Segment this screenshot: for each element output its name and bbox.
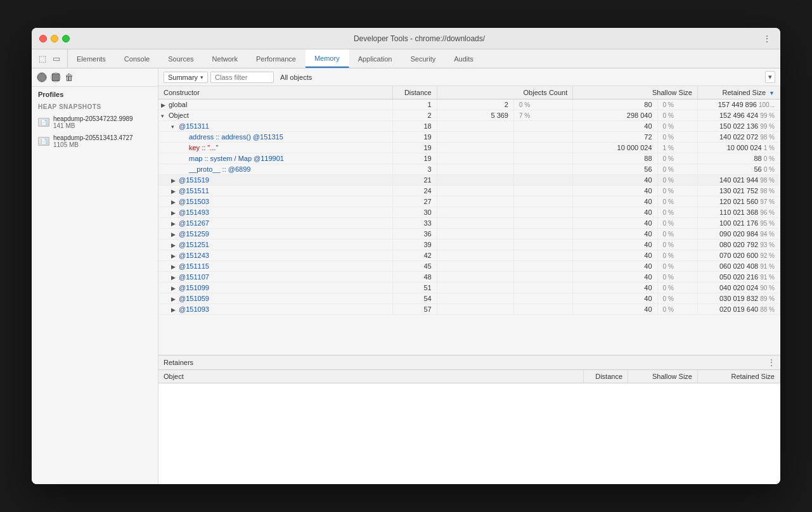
tab-network[interactable]: Network (203, 49, 247, 68)
cell-shallow-pct: 0 % (657, 304, 697, 315)
cell-constructor: ▶@151511 (158, 186, 392, 196)
cell-shallow: 56 (573, 164, 657, 175)
tab-console[interactable]: Console (115, 49, 159, 68)
cell-constructor: ▶@151059 (158, 293, 392, 304)
record-icon (37, 73, 46, 82)
inspect-icon[interactable]: ⬚ (37, 53, 48, 65)
table-row[interactable]: ▶@15124342400 %070 020 600 92 % (158, 250, 780, 261)
tab-sources[interactable]: Sources (159, 49, 203, 68)
maximize-button[interactable] (62, 35, 70, 42)
cell-objects-pct (513, 175, 572, 186)
header-objects[interactable]: Objects Count (437, 86, 573, 99)
table-row[interactable]: map :: system / Map @11990119880 %88 0 % (158, 153, 780, 164)
snapshot-item-2[interactable]: 📄 heapdump-205513413.4727 1105 MB (32, 132, 158, 151)
class-filter-input[interactable] (210, 72, 274, 83)
record-button[interactable] (37, 72, 47, 82)
table-row[interactable]: ▶@15125936400 %090 020 984 94 % (158, 229, 780, 240)
main-table-container[interactable]: Constructor Distance Objects Count Shall… (158, 86, 780, 355)
cell-distance: 30 (392, 207, 437, 218)
cell-shallow: 88 (573, 153, 657, 164)
table-row[interactable]: key :: "..."1910 000 0241 %10 000 024 1 … (158, 143, 780, 153)
snapshot-size-1: 141 MB (53, 122, 133, 129)
table-row[interactable]: ▾Object25 3697 %298 0400 %152 496 424 99… (158, 110, 780, 121)
table-row[interactable]: ▶@15150327400 %120 021 560 97 % (158, 196, 780, 207)
tab-security[interactable]: Security (401, 49, 445, 68)
retainers-table: Object Distance Shallow Size Retained Si… (158, 370, 780, 383)
cell-shallow-pct: 0 % (657, 196, 697, 207)
cell-constructor: ▶@151493 (158, 207, 392, 218)
all-objects-button[interactable]: All objects (276, 72, 316, 82)
cell-shallow-pct: 0 % (657, 240, 697, 250)
table-row[interactable]: ▶@15151124400 %130 021 752 98 % (158, 186, 780, 196)
table-row[interactable]: ▶@15105954400 %030 019 832 89 % (158, 293, 780, 304)
retainer-header-shallow: Shallow Size (628, 370, 698, 383)
table-row[interactable]: __proto__ :: @68993560 %56 0 % (158, 164, 780, 175)
cell-retained: 040 020 024 90 % (698, 283, 780, 293)
retainers-expand-icon[interactable]: ⋮ (768, 358, 775, 367)
retainers-table-container[interactable]: Object Distance Shallow Size Retained Si… (158, 370, 780, 484)
cell-distance: 39 (392, 240, 437, 250)
tab-audits[interactable]: Audits (445, 49, 483, 68)
table-row[interactable]: ▶@15109951400 %040 020 024 90 % (158, 283, 780, 293)
cell-shallow: 40 (573, 272, 657, 283)
devtools-window: Developer Tools - chrome://downloads/ ⋮ … (32, 28, 780, 484)
more-options-icon[interactable]: ⋮ (761, 33, 773, 44)
table-row[interactable]: ▶@15111545400 %060 020 408 91 % (158, 261, 780, 272)
table-row[interactable]: ▶@15151921400 %140 021 944 98 % (158, 175, 780, 186)
snapshot-icon-2: 📄 (38, 137, 49, 146)
clear-button[interactable]: 🗑 (65, 72, 74, 82)
cell-constructor: ▶@151519 (158, 175, 392, 186)
table-row[interactable]: ▶@15110748400 %050 020 216 91 % (158, 272, 780, 283)
tab-performance[interactable]: Performance (247, 49, 306, 68)
retainer-header-distance: Distance (584, 370, 628, 383)
filter-dropdown[interactable]: ▾ (765, 71, 775, 83)
snapshot-size-2: 1105 MB (53, 141, 133, 148)
cell-shallow: 40 (573, 218, 657, 229)
table-row[interactable]: address :: address() @15131519720 %140 0… (158, 132, 780, 143)
cell-objects (437, 218, 513, 229)
cell-distance: 1 (392, 99, 437, 110)
device-icon[interactable]: ▭ (51, 53, 62, 65)
table-row[interactable]: ▶@15126733400 %100 021 176 95 % (158, 218, 780, 229)
cell-retained: 157 449 896 100... (698, 99, 780, 110)
cell-constructor: key :: "..." (158, 143, 392, 153)
cell-objects-pct (513, 207, 572, 218)
cell-retained: 140 021 944 98 % (698, 175, 780, 186)
cell-retained: 090 020 984 94 % (698, 229, 780, 240)
cell-shallow-pct: 0 % (657, 110, 697, 121)
header-distance[interactable]: Distance (392, 86, 437, 99)
cell-distance: 21 (392, 175, 437, 186)
cell-retained: 110 021 368 96 % (698, 207, 780, 218)
table-row[interactable]: ▶global120 %800 %157 449 896 100... (158, 99, 780, 110)
tab-application[interactable]: Application (349, 49, 402, 68)
cell-distance: 51 (392, 283, 437, 293)
cell-distance: 19 (392, 143, 437, 153)
tab-memory[interactable]: Memory (306, 49, 349, 68)
cell-retained: 10 000 024 1 % (698, 143, 780, 153)
traffic-lights (39, 35, 70, 42)
main-tab-bar: ⬚ ▭ Elements Console Sources Network Per… (32, 49, 780, 68)
cell-shallow-pct: 0 % (657, 250, 697, 261)
cell-objects-pct (513, 164, 572, 175)
header-shallow[interactable]: Shallow Size (573, 86, 698, 99)
minimize-button[interactable] (51, 35, 58, 42)
table-row[interactable]: ▶@15109357400 %020 019 640 88 % (158, 304, 780, 315)
cell-shallow-pct: 0 % (657, 121, 697, 132)
snapshot-item-1[interactable]: 📄 heapdump-205347232.9989 141 MB (32, 113, 158, 132)
cell-objects (437, 164, 513, 175)
cell-retained: 152 496 424 99 % (698, 110, 780, 121)
stop-button[interactable] (51, 72, 61, 82)
summary-button[interactable]: Summary ▾ (164, 72, 208, 83)
tab-elements[interactable]: Elements (68, 49, 115, 68)
close-button[interactable] (39, 35, 47, 42)
cell-distance: 45 (392, 261, 437, 272)
table-row[interactable]: ▶@15125139400 %080 020 792 93 % (158, 240, 780, 250)
table-row[interactable]: ▶@15149330400 %110 021 368 96 % (158, 207, 780, 218)
table-area: Constructor Distance Objects Count Shall… (158, 86, 780, 484)
cell-distance: 19 (392, 132, 437, 143)
table-row[interactable]: ▾@15131118400 %150 022 136 99 % (158, 121, 780, 132)
cell-shallow: 72 (573, 132, 657, 143)
header-retained[interactable]: Retained Size ▼ (698, 86, 780, 99)
cell-objects-pct (513, 229, 572, 240)
cell-constructor: ▶@151267 (158, 218, 392, 229)
